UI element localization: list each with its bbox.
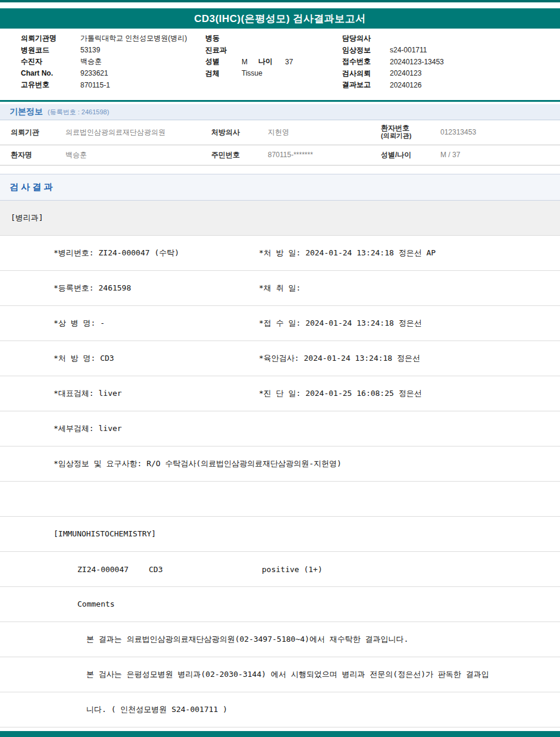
field-value: 20240123-13453 xyxy=(390,58,444,66)
cell-value: 의료법인삼광의료재단삼광의원 xyxy=(57,127,202,138)
cell-label-line2: (의뢰기관) xyxy=(381,132,431,140)
top-border xyxy=(0,0,560,2)
patient-header-middle: 병동 진료과 성별M나이37 검체Tissue xyxy=(205,33,342,91)
field-label: 병원코드 xyxy=(21,45,80,55)
field-value: s24-001711 xyxy=(390,46,427,54)
test-results-title: 검 사 결 과 xyxy=(10,182,53,193)
basic-info-title: 기본정보 xyxy=(10,107,43,117)
comment-text: 본 결과는 의료법인삼광의료재단삼광의원(02-3497-5180~4)에서 재… xyxy=(0,634,408,645)
result-row-ihc-result: ZI24-000047CD3positive (1+) xyxy=(0,552,560,587)
result-field: *상 병 명: - xyxy=(0,318,105,329)
cell-label: 환자명 xyxy=(0,150,57,160)
result-row: *병리번호: ZI24-000047 (수탁)*처 방 일: 2024-01-2… xyxy=(0,236,560,271)
table-row: 환자명 백승훈 주민번호 870115-******* 성별/나이 M / 37 xyxy=(0,145,560,165)
cell-label: 환자번호 (의뢰기관) xyxy=(372,124,431,140)
field-value: M xyxy=(242,58,248,66)
field-label: 진료과 xyxy=(205,45,242,55)
dept-label: [병리과] xyxy=(0,213,43,223)
field-row: 담당의사 xyxy=(342,33,560,45)
result-row-comment: 니다. ( 인천성모병원 S24-001711 ) xyxy=(0,692,560,727)
field-label: 임상정보 xyxy=(342,45,390,55)
field-label: 결과보고 xyxy=(342,80,390,90)
field-label: 담당의사 xyxy=(342,33,390,43)
field-value: 37 xyxy=(285,58,293,66)
field-label: 수진자 xyxy=(21,57,80,67)
cell-label-line1: 환자번호 xyxy=(381,124,431,132)
comment-text: 니다. ( 인천성모병원 S24-001711 ) xyxy=(0,704,227,715)
result-field: *임상정보 및 요구사항: R/O 수탁검사(의료법인삼광의료재단삼광의원-지헌… xyxy=(0,458,342,469)
field-label: 나이 xyxy=(258,57,285,67)
test-result-value: positive (1+) xyxy=(262,564,323,573)
field-value: 20240123 xyxy=(390,69,421,77)
result-row-empty xyxy=(0,482,560,517)
result-row: *대표검체: liver*진 단 일: 2024-01-25 16:08:25 … xyxy=(0,376,560,411)
result-row-comment: 본 검사는 은평성모병원 병리과(02-2030-3144) 에서 시행되었으며… xyxy=(0,657,560,692)
patient-header-right: 담당의사 임상정보s24-001711 접수번호20240123-13453 검… xyxy=(342,33,560,91)
comments-label: Comments xyxy=(0,599,115,608)
ihc-section-label: [IMMUNOHISTOCHEMISTRY] xyxy=(0,529,156,538)
result-row: *세부검체: liver xyxy=(0,411,560,446)
field-label: 검체 xyxy=(205,68,242,79)
field-row: 임상정보s24-001711 xyxy=(342,45,560,57)
patient-header-left: 의뢰기관명가톨릭대학교 인천성모병원(병리) 병원코드53139 수진자백승훈 … xyxy=(21,33,205,91)
field-row: 결과보고20240126 xyxy=(342,79,560,91)
field-label: 검사의뢰 xyxy=(342,68,390,79)
result-field: *채 취 일: xyxy=(259,283,301,293)
specimen-number: ZI24-000047 xyxy=(77,564,129,573)
result-row: *상 병 명: -*접 수 일: 2024-01-24 13:24:18 정은선 xyxy=(0,306,560,341)
field-row: Chart No.9233621 xyxy=(21,68,205,80)
field-row: 병원코드53139 xyxy=(21,45,205,57)
result-row-comment: 본 결과는 의료법인삼광의료재단삼광의원(02-3497-5180~4)에서 재… xyxy=(0,622,560,657)
field-row: 성별M나이37 xyxy=(205,56,342,68)
cell-value: 지헌영 xyxy=(259,127,372,138)
field-row: 병동 xyxy=(205,33,342,45)
field-value: Tissue xyxy=(242,69,262,77)
cell-value: 백승훈 xyxy=(57,150,202,160)
basic-info-reg-note: (등록번호 : 2461598) xyxy=(48,108,109,117)
result-field: *처 방 일: 2024-01-24 13:24:18 정은선 AP xyxy=(259,248,436,258)
field-row: 고유번호870115-1 xyxy=(21,79,205,91)
result-row: *임상정보 및 요구사항: R/O 수탁검사(의료법인삼광의료재단삼광의원-지헌… xyxy=(0,446,560,482)
field-row: 검체Tissue xyxy=(205,68,342,80)
test-name: CD3 xyxy=(149,564,162,573)
field-label: Chart No. xyxy=(21,69,80,77)
result-row-ihc-header: [IMMUNOHISTOCHEMISTRY] xyxy=(0,517,560,552)
patient-header: 의뢰기관명가톨릭대학교 인천성모병원(병리) 병원코드53139 수진자백승훈 … xyxy=(0,29,560,95)
field-value: 870115-1 xyxy=(80,81,110,89)
result-row: *처 방 명: CD3*육안검사: 2024-01-24 13:24:18 정은… xyxy=(0,341,560,376)
field-label: 고유번호 xyxy=(21,80,80,90)
report-title-bar: CD3(IHC)(은평성모) 검사결과보고서 xyxy=(0,8,560,29)
cell-label: 의뢰기관 xyxy=(0,127,57,138)
result-field: *접 수 일: 2024-01-24 13:24:18 정은선 xyxy=(259,318,422,329)
field-row: 의뢰기관명가톨릭대학교 인천성모병원(병리) xyxy=(21,33,205,45)
section-divider xyxy=(0,100,560,102)
field-label: 접수번호 xyxy=(342,57,390,67)
field-label: 의뢰기관명 xyxy=(21,33,80,43)
cell-label: 주민번호 xyxy=(202,150,259,160)
result-field: *처 방 명: CD3 xyxy=(0,353,114,364)
cell-label: 성별/나이 xyxy=(372,150,431,160)
result-field: *대표검체: liver xyxy=(0,388,122,399)
table-row: 의뢰기관 의료법인삼광의료재단삼광의원 처방의사 지헌영 환자번호 (의뢰기관)… xyxy=(0,120,560,145)
cell-value: 870115-******* xyxy=(259,151,372,159)
comment-text: 본 검사는 은평성모병원 병리과(02-2030-3144) 에서 시행되었으며… xyxy=(0,669,489,680)
field-row: 접수번호20240123-13453 xyxy=(342,56,560,68)
section-test-results-header: 검 사 결 과 xyxy=(0,174,560,201)
cell-value: M / 37 xyxy=(431,151,560,159)
result-row-comments-header: Comments xyxy=(0,587,560,622)
result-row: *등록번호: 2461598*채 취 일: xyxy=(0,271,560,306)
result-field: *육안검사: 2024-01-24 13:24:18 정은선 xyxy=(259,353,420,364)
field-label: 성별 xyxy=(205,57,242,67)
basic-info-table: 의뢰기관 의료법인삼광의료재단삼광의원 처방의사 지헌영 환자번호 (의뢰기관)… xyxy=(0,120,560,165)
field-value: 백승훈 xyxy=(80,57,102,67)
field-row: 검사의뢰20240123 xyxy=(342,68,560,80)
result-field: *세부검체: liver xyxy=(0,423,122,434)
field-value: 9233621 xyxy=(80,69,108,77)
result-row-dept: [병리과] xyxy=(0,201,560,236)
field-label: 병동 xyxy=(205,33,242,43)
field-row: 수진자백승훈 xyxy=(21,56,205,68)
result-field: *병리번호: ZI24-000047 (수탁) xyxy=(0,248,179,258)
field-value: 53139 xyxy=(80,46,100,54)
bottom-border xyxy=(0,731,560,737)
field-value: 20240126 xyxy=(390,81,421,89)
